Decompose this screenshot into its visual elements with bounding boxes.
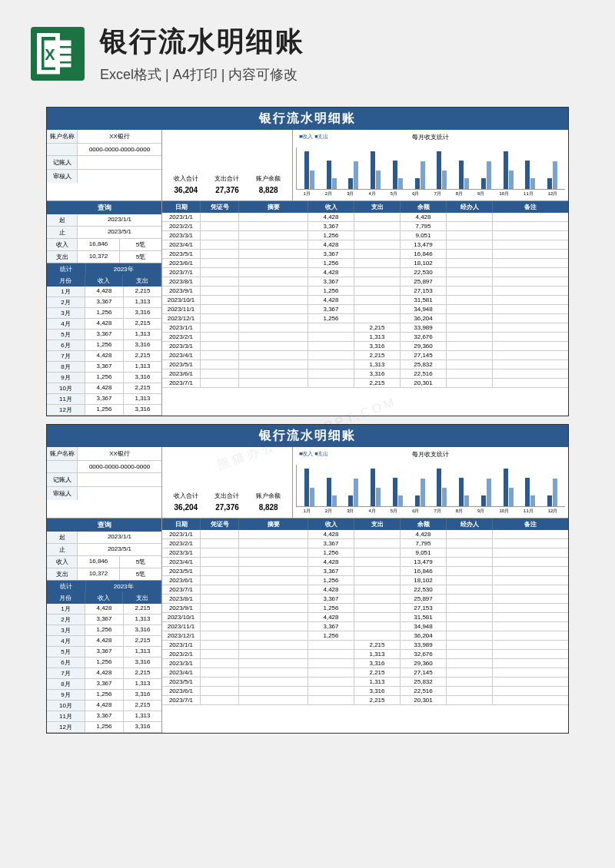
cell-handler bbox=[447, 231, 493, 240]
cell-expense: 3,316 bbox=[354, 687, 401, 695]
query-header: 查询 bbox=[47, 518, 161, 532]
cell-date: 2023/5/1 bbox=[162, 250, 201, 258]
acc-name-value: XX银行 bbox=[78, 447, 161, 460]
table-row: 2023/5/1 3,367 16,846 bbox=[162, 567, 568, 576]
cell-income bbox=[308, 369, 354, 378]
q-expense-label: 支出 bbox=[47, 568, 78, 580]
x-label: 12月 bbox=[548, 508, 558, 515]
cell-date: 2023/3/1 bbox=[162, 231, 201, 240]
cell-balance: 22,516 bbox=[401, 369, 447, 378]
bar-pair bbox=[504, 469, 514, 506]
cell-date: 2023/3/1 bbox=[162, 548, 201, 557]
h-income: 收入 bbox=[308, 201, 354, 213]
cell-date: 2023/9/1 bbox=[162, 604, 201, 612]
cell-expense bbox=[354, 595, 401, 603]
cell-summary bbox=[239, 369, 308, 378]
stat-month: 11月 bbox=[47, 711, 85, 721]
table-row: 2023/3/1 1,256 9,051 bbox=[162, 231, 568, 240]
cell-voucher bbox=[201, 595, 239, 603]
expense-bar bbox=[310, 171, 314, 189]
cell-expense bbox=[354, 231, 401, 240]
table-row: 2023/6/1 1,256 18,102 bbox=[162, 576, 568, 585]
stats-header: 统计 bbox=[47, 581, 86, 592]
cell-date: 2023/7/1 bbox=[162, 696, 201, 704]
bar-pair bbox=[547, 161, 557, 189]
chart-x-axis: 1月2月3月4月5月6月7月8月9月10月11月12月 bbox=[296, 508, 565, 515]
cell-expense: 2,215 bbox=[354, 323, 401, 332]
acc-name-label: 账户名称 bbox=[47, 447, 78, 460]
cell-voucher bbox=[201, 250, 239, 258]
table-row: 2023/3/1 3,316 29,360 bbox=[162, 659, 568, 668]
stat-month: 6月 bbox=[47, 658, 85, 668]
stat-income: 4,428 bbox=[85, 287, 124, 297]
cell-expense bbox=[354, 604, 401, 612]
cell-income: 1,256 bbox=[308, 231, 354, 240]
bottom-section: 查询 起2023/1/1 止2023/5/1 收入16,8465笔 支出10,3… bbox=[47, 201, 568, 416]
stat-month: 9月 bbox=[47, 373, 85, 383]
cell-expense: 2,215 bbox=[354, 351, 401, 359]
table-header: 日期 凭证号 摘要 收入 支出 余额 经办人 备注 bbox=[162, 518, 568, 530]
query-box: 查询 起2023/1/1 止2023/5/1 收入16,8465笔 支出10,3… bbox=[47, 518, 161, 581]
cell-remark bbox=[493, 595, 568, 603]
cell-voucher bbox=[201, 576, 239, 585]
sheet-title: 银行流水明细账 bbox=[47, 108, 568, 130]
x-label: 3月 bbox=[347, 508, 354, 515]
expense-bar bbox=[421, 161, 425, 189]
cell-expense bbox=[354, 296, 401, 304]
left-panel: 查询 起2023/1/1 止2023/5/1 收入16,8465笔 支出10,3… bbox=[47, 201, 162, 416]
page-header: X 银行流水明细账 Excel格式 | A4打印 | 内容可修改 bbox=[0, 0, 615, 99]
stat-month: 9月 bbox=[47, 690, 85, 700]
stat-month: 8月 bbox=[47, 362, 85, 372]
cell-balance: 22,516 bbox=[401, 687, 447, 695]
sub-title: Excel格式 | A4打印 | 内容可修改 bbox=[100, 65, 584, 84]
income-bar bbox=[327, 478, 331, 506]
cell-summary bbox=[239, 659, 308, 668]
stat-month: 10月 bbox=[47, 383, 85, 393]
chart-bars bbox=[296, 147, 565, 190]
cell-income: 3,367 bbox=[308, 595, 354, 603]
cell-summary bbox=[239, 240, 308, 249]
cell-summary bbox=[239, 585, 308, 594]
stat-month: 5月 bbox=[47, 647, 85, 657]
cell-summary bbox=[239, 650, 308, 658]
cell-handler bbox=[447, 369, 493, 378]
stats-header: 统计 bbox=[47, 263, 86, 275]
cell-handler bbox=[447, 659, 493, 668]
stat-row: 10月 4,428 2,215 bbox=[47, 701, 161, 711]
cell-balance: 18,102 bbox=[401, 259, 447, 267]
stat-month: 3月 bbox=[47, 625, 85, 635]
table-row: 2023/1/1 4,428 4,428 bbox=[162, 213, 568, 222]
cell-balance: 9,051 bbox=[401, 548, 447, 557]
cell-voucher bbox=[201, 548, 239, 557]
cell-date: 2023/5/1 bbox=[162, 567, 201, 575]
stat-expense: 1,313 bbox=[124, 647, 161, 657]
cell-handler bbox=[447, 604, 493, 612]
stat-expense: 2,215 bbox=[124, 319, 161, 329]
cell-date: 2023/6/1 bbox=[162, 259, 201, 267]
cell-remark bbox=[493, 305, 568, 313]
income-bar bbox=[415, 178, 420, 189]
bar-pair bbox=[437, 151, 447, 189]
x-label: 6月 bbox=[412, 190, 419, 197]
stat-row: 7月 4,428 2,215 bbox=[47, 668, 161, 679]
h-expense: 支出 bbox=[354, 518, 401, 530]
bar-pair bbox=[304, 151, 314, 189]
q-start-value: 2023/1/1 bbox=[78, 532, 161, 543]
cell-date: 2023/11/1 bbox=[162, 622, 201, 631]
cell-balance: 4,428 bbox=[401, 213, 447, 221]
cell-voucher bbox=[201, 351, 239, 359]
cell-expense: 3,316 bbox=[354, 659, 401, 668]
stat-expense: 3,316 bbox=[124, 308, 161, 318]
col-income: 收入 bbox=[85, 592, 124, 604]
cell-expense bbox=[354, 585, 401, 594]
stat-row: 5月 3,367 1,313 bbox=[47, 647, 161, 658]
x-label: 4月 bbox=[368, 508, 375, 515]
bar-pair bbox=[393, 161, 403, 189]
sheet: 银行流水明细账 账户名称XX银行 0000-0000-0000-0000 记账人… bbox=[46, 424, 569, 734]
cell-summary bbox=[239, 696, 308, 704]
cell-date: 2023/1/1 bbox=[162, 213, 201, 221]
h-handler: 经办人 bbox=[447, 518, 493, 530]
cell-remark bbox=[493, 259, 568, 267]
bar-pair bbox=[393, 478, 403, 506]
cell-date: 2023/9/1 bbox=[162, 287, 201, 295]
